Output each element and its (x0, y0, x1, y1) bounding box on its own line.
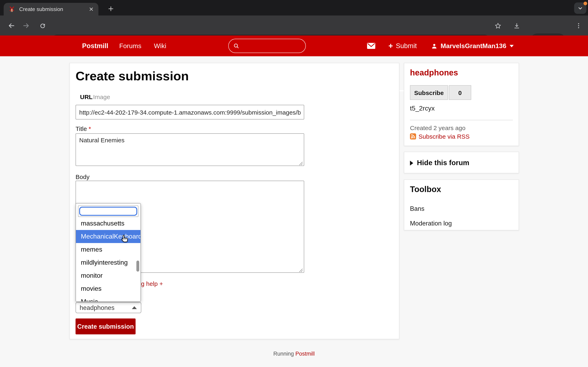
hide-forum-label: Hide this forum (417, 159, 469, 167)
title-label: Title * (76, 125, 91, 132)
person-icon (431, 43, 437, 49)
toolbox-title: Toolbox (410, 185, 441, 194)
forum-option[interactable]: monitor (76, 269, 140, 282)
forum-option[interactable]: movies (76, 282, 140, 295)
page-title: Create submission (76, 69, 189, 83)
rss-row: Subscribe via RSS (410, 133, 470, 140)
rss-subscribe-link[interactable]: Subscribe via RSS (419, 133, 470, 140)
envelope-icon (367, 42, 376, 49)
rss-icon (410, 133, 416, 140)
download-icon[interactable] (512, 21, 521, 31)
browser-tab[interactable]: Create submission (4, 3, 98, 16)
forum-picker-list: massachusetts MechanicalKeyboards memes … (76, 217, 140, 302)
create-submission-button[interactable]: Create submission (76, 318, 136, 334)
submit-label: Submit (396, 42, 417, 50)
brand-link[interactable]: Postmill (82, 35, 108, 56)
url-input[interactable] (76, 105, 304, 119)
reload-button[interactable] (38, 21, 47, 31)
page-footer: Running Postmill (0, 351, 588, 357)
chevron-down-icon (510, 45, 514, 47)
tab-url[interactable]: URL (80, 93, 93, 100)
forum-option[interactable]: massachusetts (76, 217, 140, 230)
title-textarea[interactable]: Natural Enemies (76, 133, 304, 166)
hide-forum-toggle[interactable]: Hide this forum (410, 152, 469, 174)
new-tab-button[interactable] (106, 4, 115, 13)
forum-id: t5_2rcyx (410, 105, 435, 112)
forum-picker-dropdown: massachusetts MechanicalKeyboards memes … (76, 203, 141, 302)
browser-window: Create submission (0, 0, 588, 367)
forum-option-highlighted[interactable]: MechanicalKeyboards (76, 230, 140, 243)
header-search-input[interactable] (228, 39, 306, 53)
postmill-favicon-icon (9, 6, 15, 12)
forum-option[interactable]: memes (76, 243, 140, 256)
user-menu[interactable]: MarvelsGrantMan136 (431, 35, 514, 56)
forum-select[interactable]: headphones (76, 302, 141, 313)
tab-strip: Create submission (0, 0, 588, 16)
hide-forum-card: Hide this forum (404, 152, 519, 173)
scrollbar-thumb[interactable] (136, 261, 139, 272)
tab-image[interactable]: Image (93, 93, 110, 100)
forum-name[interactable]: headphones (410, 68, 458, 77)
back-button[interactable] (7, 21, 16, 31)
forum-picker-search-wrap (78, 206, 138, 217)
messages-button[interactable] (367, 35, 376, 56)
toolbox-card: Toolbox Bans Moderation log (404, 179, 519, 230)
browser-toolbar: Not Secure ec2-44-202-179-34.compute-1.a… (0, 16, 588, 35)
forum-picker-search-input[interactable] (79, 207, 137, 216)
browser-menu-icon[interactable] (574, 21, 584, 31)
nav-wiki[interactable]: Wiki (154, 35, 166, 56)
toolbox-link-moderation-log[interactable]: Moderation log (410, 220, 452, 227)
toolbox-link-bans[interactable]: Bans (410, 205, 424, 212)
update-notification-dot (584, 2, 587, 5)
tab-search-button[interactable] (574, 2, 586, 14)
forum-select-value: headphones (80, 304, 132, 311)
bookmark-star-icon[interactable] (493, 21, 503, 31)
subscribe-button[interactable]: Subscribe (410, 85, 448, 100)
forum-option[interactable]: mildlyinteresting (76, 256, 140, 269)
required-asterisk: * (89, 125, 91, 132)
footer-postmill-link[interactable]: Postmill (295, 351, 315, 357)
tab-close-icon[interactable] (88, 6, 94, 12)
nav-submit[interactable]: + Submit (382, 35, 423, 56)
body-label: Body (76, 173, 89, 180)
nav-forums[interactable]: Forums (119, 35, 141, 56)
search-icon (233, 43, 240, 49)
forum-info-card: headphones Subscribe 0 t5_2rcyx Created … (404, 63, 519, 146)
site-header: Postmill Forums Wiki + Submit Marv (0, 35, 588, 56)
plus-icon: + (389, 42, 393, 50)
tab-title: Create submission (19, 6, 84, 12)
forward-button[interactable] (21, 21, 31, 31)
divider (410, 120, 513, 120)
mouse-cursor-icon (119, 234, 130, 244)
triangle-right-icon (410, 160, 413, 165)
username: MarvelsGrantMan136 (441, 42, 506, 50)
footer-running-text: Running (273, 351, 294, 357)
subscriber-count: 0 (449, 85, 471, 100)
forum-option[interactable]: Music (76, 295, 140, 302)
forum-created-text: Created 2 years ago (410, 124, 466, 131)
chevron-up-icon (132, 306, 137, 309)
